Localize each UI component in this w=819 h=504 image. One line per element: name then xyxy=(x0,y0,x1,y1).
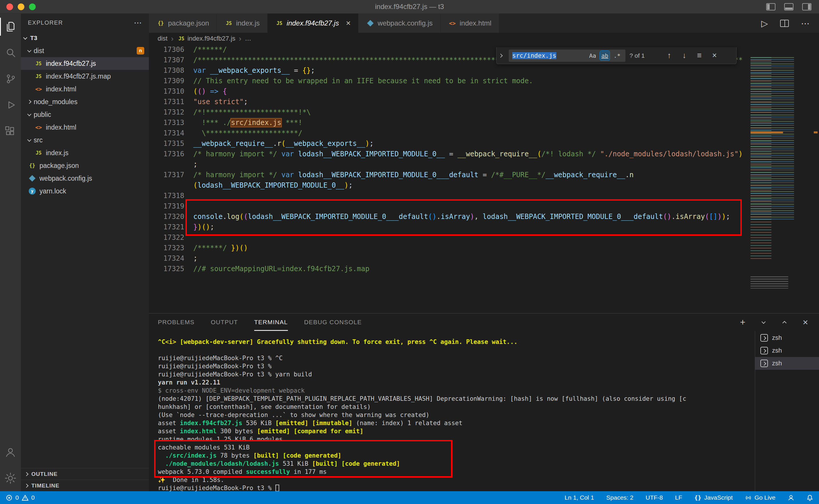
match-case-toggle[interactable]: Aa xyxy=(588,51,597,61)
tree-file-index.js[interactable]: JSindex.js xyxy=(21,146,149,159)
close-tab-icon[interactable]: × xyxy=(346,19,351,27)
feedback-icon[interactable] xyxy=(788,494,794,501)
minimap-code-tail xyxy=(751,276,788,289)
terminal-icon xyxy=(760,347,768,354)
close-panel-icon[interactable]: × xyxy=(801,318,810,327)
minimize-window-button[interactable] xyxy=(18,3,24,10)
breadcrumb-item[interactable]: … xyxy=(245,35,251,42)
activity-bar-bottom xyxy=(0,439,21,491)
tree-file-index.f94cfb27.js.map[interactable]: JSindex.f94cfb27.js.map xyxy=(21,70,149,83)
language-mode[interactable]: {} JavaScript xyxy=(694,494,733,501)
code-line: 17313 !*** ./src/index.js ***! xyxy=(149,117,748,128)
traffic-lights xyxy=(0,3,36,10)
tree-folder-dist[interactable]: distn xyxy=(21,44,149,57)
toggle-replace-icon[interactable] xyxy=(496,47,505,64)
problems-indicator[interactable]: 0 0 xyxy=(6,494,35,501)
activity-search-icon[interactable] xyxy=(0,40,21,66)
find-in-selection-icon[interactable]: ≡ xyxy=(694,51,705,60)
tree-file-index.html[interactable]: <>index.html xyxy=(21,121,149,134)
more-actions-icon[interactable]: ⋯ xyxy=(801,18,810,28)
go-live-button[interactable]: Go Live xyxy=(745,494,776,501)
run-icon[interactable]: ▷ xyxy=(761,18,768,28)
breadcrumb-item[interactable]: JSindex.f94cfb27.js xyxy=(177,35,236,42)
editor-scrollbar[interactable] xyxy=(813,44,819,313)
encoding[interactable]: UTF-8 xyxy=(646,494,663,501)
explorer-more-actions-icon[interactable]: ⋯ xyxy=(134,18,142,28)
terminal-line: yarn run v1.22.11 xyxy=(158,378,755,387)
eol-indicator[interactable]: LF xyxy=(675,494,682,501)
code-line: 17322 xyxy=(149,232,748,243)
zoom-window-button[interactable] xyxy=(29,3,36,10)
tree-file-webpack.config.js[interactable]: webpack.config.js xyxy=(21,172,149,185)
minimap[interactable] xyxy=(748,44,813,313)
activity-run-debug-icon[interactable] xyxy=(0,92,21,118)
split-editor-icon[interactable] xyxy=(780,20,789,27)
tree-folder-src[interactable]: src xyxy=(21,134,149,146)
line-number: 17312 xyxy=(157,107,184,117)
terminal-instance-1[interactable]: zsh xyxy=(755,331,819,344)
sidebar-section-outline[interactable]: OUTLINE xyxy=(21,468,149,480)
panel-tab-debug-console[interactable]: DEBUG CONSOLE xyxy=(304,313,362,331)
terminal-dropdown-icon[interactable] xyxy=(759,318,768,327)
tab-label: webpack.config.js xyxy=(378,19,432,27)
tab-index.html[interactable]: <>index.html xyxy=(441,14,499,33)
terminal-line: (Use `node --trace-deprecation ...` to s… xyxy=(158,411,755,419)
panel-tab-output[interactable]: OUTPUT xyxy=(211,313,238,331)
editor: dist›JSindex.f94cfb27.js›… 17306/******/… xyxy=(149,33,819,313)
sidebar-section-timeline[interactable]: TIMELINE xyxy=(21,480,149,491)
tree-file-package.json[interactable]: {}package.json xyxy=(21,159,149,172)
json-file-icon: {} xyxy=(28,163,37,168)
js-file-icon: JS xyxy=(275,20,284,26)
terminal-instance-2[interactable]: zsh xyxy=(755,344,819,357)
terminal-instance-3[interactable]: zsh xyxy=(755,357,819,370)
panel-tab-problems[interactable]: PROBLEMS xyxy=(158,313,194,331)
tree-file-index.html[interactable]: <>index.html xyxy=(21,83,149,95)
activity-account-icon[interactable] xyxy=(0,439,21,465)
activity-explorer-icon[interactable] xyxy=(0,14,21,40)
new-terminal-icon[interactable]: + xyxy=(738,318,747,327)
terminal-line: (node:42071) [DEP_WEBPACK_TEMPLATE_PATH_… xyxy=(158,395,755,403)
maximize-panel-icon[interactable] xyxy=(780,318,789,327)
close-find-icon[interactable]: × xyxy=(709,51,720,60)
toggle-secondary-sidebar-icon[interactable] xyxy=(802,3,811,10)
code-line: 17320console.log((lodash__WEBPACK_IMPORT… xyxy=(149,211,748,222)
code-line: 17319 xyxy=(149,201,748,211)
terminal-line: hunkhash] or [contenthash], see document… xyxy=(158,403,755,411)
cursor-position[interactable]: Ln 1, Col 1 xyxy=(564,494,594,501)
tree-file-index.f94cfb27.js[interactable]: JSindex.f94cfb27.js xyxy=(21,57,149,70)
code-lines[interactable]: 17306/******/17307/*********************… xyxy=(149,44,748,313)
previous-match-icon[interactable]: ↑ xyxy=(664,51,675,60)
tree-item-label: node_modules xyxy=(34,98,77,106)
tab-webpack.config.js[interactable]: webpack.config.js xyxy=(358,14,440,33)
toggle-sidebar-icon[interactable] xyxy=(766,3,776,10)
activity-source-control-icon[interactable] xyxy=(0,66,21,92)
indentation[interactable]: Spaces: 2 xyxy=(606,494,633,501)
find-input[interactable]: src/index.js Aa ab .* xyxy=(509,50,626,62)
tree-folder-public[interactable]: public xyxy=(21,108,149,121)
notifications-bell-icon[interactable] xyxy=(807,494,813,501)
toggle-panel-icon[interactable] xyxy=(784,3,793,10)
activity-settings-icon[interactable] xyxy=(0,465,21,491)
tree-folder-node_modules[interactable]: node_modules xyxy=(21,95,149,108)
regex-toggle[interactable]: .* xyxy=(612,51,622,61)
panel-tab-terminal[interactable]: TERMINAL xyxy=(254,313,288,331)
tree-file-yarn.lock[interactable]: yyarn.lock xyxy=(21,185,149,197)
tab-label: index.js xyxy=(236,19,260,27)
next-match-icon[interactable]: ↓ xyxy=(679,51,690,60)
whole-word-toggle[interactable]: ab xyxy=(600,51,610,61)
tab-package.json[interactable]: {}package.json xyxy=(149,14,217,33)
line-number: 17321 xyxy=(157,222,184,232)
terminal-line: webpack 5.73.0 compiled successfully in … xyxy=(158,468,755,476)
activity-extensions-icon[interactable] xyxy=(0,118,21,144)
panel-tabs: PROBLEMSOUTPUTTERMINALDEBUG CONSOLE xyxy=(158,313,378,331)
line-number: 17310 xyxy=(157,86,184,97)
tab-index.js[interactable]: JSindex.js xyxy=(217,14,267,33)
terminal-output[interactable]: ^C<i> [webpack-dev-server] Gracefully sh… xyxy=(149,331,755,491)
close-window-button[interactable] xyxy=(6,3,13,10)
workspace-root[interactable]: T3 xyxy=(21,32,149,44)
tab-index.f94cfb27.js[interactable]: JSindex.f94cfb27.js× xyxy=(268,14,358,33)
breadcrumb-item[interactable]: dist xyxy=(157,35,167,42)
overview-ruler-match-marker xyxy=(814,131,818,133)
code-line: 17325//# sourceMappingURL=index.f94cfb27… xyxy=(149,264,748,274)
line-number: 17324 xyxy=(157,253,184,264)
